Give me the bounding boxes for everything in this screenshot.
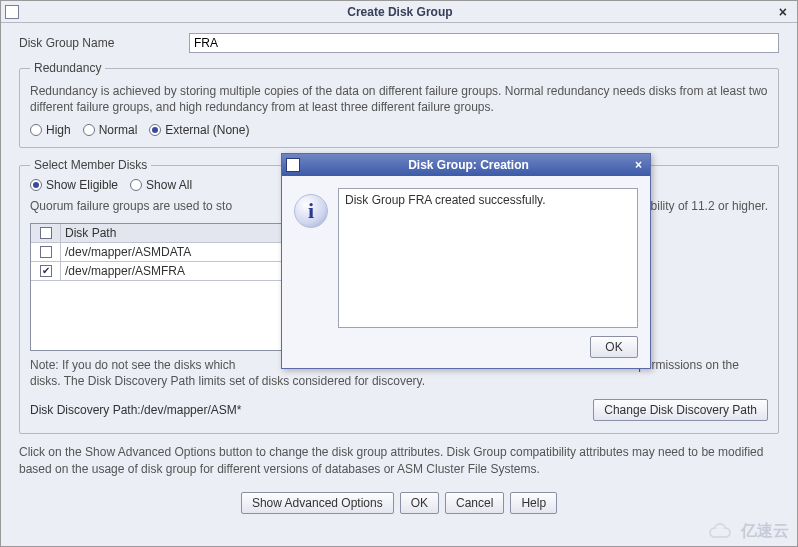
info-icon: i xyxy=(294,194,328,228)
close-button[interactable]: × xyxy=(773,4,793,20)
redundancy-high-label: High xyxy=(46,123,71,137)
checkbox-icon xyxy=(40,246,52,258)
disk-group-name-row: Disk Group Name xyxy=(19,33,779,53)
help-button[interactable]: Help xyxy=(510,492,557,514)
row-checkbox[interactable] xyxy=(31,243,61,261)
ok-button[interactable]: OK xyxy=(400,492,439,514)
main-window: Create Disk Group × Disk Group Name Redu… xyxy=(0,0,798,547)
window-title: Create Disk Group xyxy=(27,5,773,19)
watermark-text: 亿速云 xyxy=(741,521,789,542)
show-all-label: Show All xyxy=(146,178,192,192)
redundancy-normal-radio[interactable]: Normal xyxy=(83,123,138,137)
member-disks-legend: Select Member Disks xyxy=(30,158,151,172)
checkbox-icon xyxy=(40,265,52,277)
redundancy-external-label: External (None) xyxy=(165,123,249,137)
show-eligible-radio[interactable]: Show Eligible xyxy=(30,178,118,192)
checkbox-icon xyxy=(40,227,52,239)
cancel-button[interactable]: Cancel xyxy=(445,492,504,514)
redundancy-legend: Redundancy xyxy=(30,61,105,75)
watermark: 亿速云 xyxy=(707,521,789,542)
redundancy-description: Redundancy is achieved by storing multip… xyxy=(30,83,768,115)
radio-icon xyxy=(149,124,161,136)
dialog-close-button[interactable]: × xyxy=(631,158,646,172)
change-discovery-path-button[interactable]: Change Disk Discovery Path xyxy=(593,399,768,421)
discovery-path-label: Disk Discovery Path:/dev/mapper/ASM* xyxy=(30,403,241,417)
quorum-desc-left: Quorum failure groups are used to sto xyxy=(30,198,232,214)
advanced-options-note: Click on the Show Advanced Options butto… xyxy=(1,444,797,478)
dialog-titlebar: Disk Group: Creation × xyxy=(282,154,650,176)
radio-icon xyxy=(130,179,142,191)
cloud-icon xyxy=(707,523,737,541)
redundancy-options: High Normal External (None) xyxy=(30,123,768,137)
dialog-title: Disk Group: Creation xyxy=(306,158,631,172)
redundancy-high-radio[interactable]: High xyxy=(30,123,71,137)
dialog-button-row: OK xyxy=(282,336,650,368)
button-bar: Show Advanced Options OK Cancel Help xyxy=(1,492,797,514)
note-left: Note: If you do not see the disks which xyxy=(30,358,235,372)
dialog-body: i Disk Group FRA created successfully. xyxy=(282,176,650,336)
disk-group-name-label: Disk Group Name xyxy=(19,36,189,50)
radio-icon xyxy=(30,179,42,191)
row-checkbox[interactable] xyxy=(31,262,61,280)
radio-icon xyxy=(83,124,95,136)
creation-dialog: Disk Group: Creation × i Disk Group FRA … xyxy=(281,153,651,369)
window-icon xyxy=(5,5,19,19)
dialog-message: Disk Group FRA created successfully. xyxy=(338,188,638,328)
dialog-window-icon xyxy=(286,158,300,172)
redundancy-normal-label: Normal xyxy=(99,123,138,137)
dialog-ok-button[interactable]: OK xyxy=(590,336,638,358)
discovery-path-row: Disk Discovery Path:/dev/mapper/ASM* Cha… xyxy=(30,399,768,421)
show-all-radio[interactable]: Show All xyxy=(130,178,192,192)
radio-icon xyxy=(30,124,42,136)
show-advanced-options-button[interactable]: Show Advanced Options xyxy=(241,492,394,514)
redundancy-external-radio[interactable]: External (None) xyxy=(149,123,249,137)
show-eligible-label: Show Eligible xyxy=(46,178,118,192)
titlebar: Create Disk Group × xyxy=(1,1,797,23)
redundancy-group: Redundancy Redundancy is achieved by sto… xyxy=(19,61,779,148)
header-checkbox-cell[interactable] xyxy=(31,224,61,242)
disk-group-name-input[interactable] xyxy=(189,33,779,53)
